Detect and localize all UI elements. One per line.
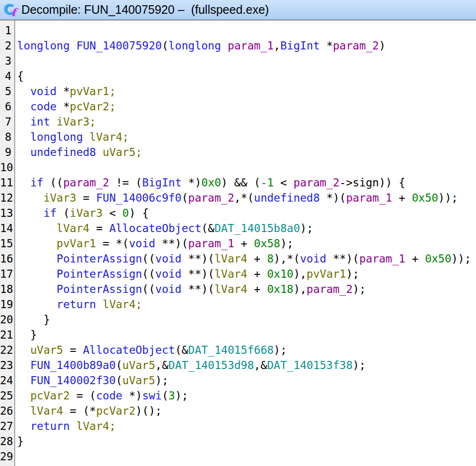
code-token[interactable]: ) && ( xyxy=(221,176,260,189)
code-token[interactable]: DAT_140153f38 xyxy=(267,359,352,371)
code-token[interactable]: lVar4; xyxy=(89,131,129,143)
code-token[interactable]: ( xyxy=(181,192,188,204)
code-text[interactable] xyxy=(14,53,17,68)
code-token[interactable]: param_1 xyxy=(228,39,274,52)
code-token[interactable]: *)( xyxy=(320,192,346,204)
code-token[interactable]: **)( xyxy=(181,268,214,280)
code-token[interactable]: void xyxy=(129,237,155,250)
code-token[interactable]: { xyxy=(17,70,24,82)
code-token[interactable]: AllocateObject xyxy=(83,344,175,356)
code-token[interactable]: FUN_1400b89a0 xyxy=(30,359,116,371)
code-text[interactable]: FUN_140002f30(uVar5); xyxy=(14,373,169,388)
code-token[interactable]: ), xyxy=(294,283,307,295)
code-token[interactable]: ( xyxy=(162,39,169,52)
code-token[interactable]: BigInt xyxy=(280,39,320,52)
code-token[interactable]: lVar4 xyxy=(214,252,247,265)
code-token[interactable]: iVar3; xyxy=(57,116,96,128)
code-token[interactable]: pvVar1; xyxy=(70,85,116,97)
code-token[interactable]: *) xyxy=(181,176,201,189)
code-token[interactable] xyxy=(17,237,57,250)
code-token[interactable]: != ( xyxy=(109,176,142,189)
code-token[interactable] xyxy=(50,116,57,128)
code-token[interactable]: ( xyxy=(162,389,169,402)
code-token[interactable] xyxy=(17,405,30,417)
code-token[interactable]: uVar5; xyxy=(103,146,142,158)
code-token[interactable] xyxy=(17,207,43,219)
code-text[interactable]: lVar4 = (*pcVar2)(); xyxy=(14,403,162,418)
code-token[interactable]: code xyxy=(30,100,57,113)
code-token[interactable]: if xyxy=(30,176,44,189)
code-token[interactable]: (( xyxy=(142,268,155,280)
code-token[interactable]: **)( xyxy=(326,252,359,265)
code-token[interactable]: pcVar2 xyxy=(96,405,135,417)
code-token[interactable]: = ( xyxy=(70,389,96,402)
code-token[interactable]: 0x50 xyxy=(425,252,451,265)
code-token[interactable]: + xyxy=(392,192,412,204)
code-text[interactable] xyxy=(14,23,17,38)
code-token[interactable]: + xyxy=(234,237,254,250)
code-text[interactable]: return lVar4; xyxy=(14,418,116,434)
code-token[interactable] xyxy=(17,176,30,189)
code-token[interactable]: ,& xyxy=(155,359,169,371)
code-text[interactable]: pvVar1 = *(void **)(param_1 + 0x58); xyxy=(14,236,294,251)
code-token[interactable]: 0x0 xyxy=(201,176,221,189)
code-token[interactable]: pcVar2 xyxy=(30,389,70,402)
code-token[interactable] xyxy=(17,146,30,158)
code-token[interactable]: (& xyxy=(175,344,188,356)
code-token[interactable]: ); xyxy=(280,237,294,250)
code-token[interactable]: = xyxy=(63,344,83,356)
code-token[interactable]: void xyxy=(155,252,181,265)
code-token[interactable]: (( xyxy=(142,283,155,295)
code-text[interactable]: longlong FUN_140075920(longlong param_1,… xyxy=(14,38,386,53)
code-token[interactable]: DAT_14015b8a0 xyxy=(214,222,300,234)
code-token[interactable]: + xyxy=(248,283,267,295)
code-token[interactable]: ),*( xyxy=(274,252,300,265)
code-token[interactable]: } xyxy=(17,329,37,341)
code-token[interactable]: code xyxy=(96,389,122,402)
code-token[interactable]: ); xyxy=(274,344,287,356)
code-text[interactable]: pcVar2 = (code *)swi(3); xyxy=(14,388,188,403)
code-token[interactable]: void xyxy=(155,283,181,295)
code-token[interactable]: 0x10 xyxy=(267,268,293,280)
code-token[interactable]: + xyxy=(248,268,267,280)
code-token[interactable]: ); xyxy=(175,389,188,402)
code-token[interactable]: **)( xyxy=(181,252,214,265)
code-token[interactable]: < xyxy=(103,207,123,219)
code-text[interactable]: int iVar3; xyxy=(14,114,96,129)
code-token[interactable]: **)( xyxy=(155,237,188,250)
code-token[interactable]: uVar5 xyxy=(30,344,63,356)
code-token[interactable]: param_2 xyxy=(188,192,234,204)
code-token[interactable]: param_2 xyxy=(294,176,340,189)
code-text[interactable]: } xyxy=(14,312,50,327)
code-token[interactable] xyxy=(17,131,30,143)
code-token[interactable] xyxy=(17,283,57,295)
code-token[interactable] xyxy=(17,85,30,97)
code-token[interactable]: param_1 xyxy=(346,192,392,204)
code-token[interactable] xyxy=(17,252,57,265)
code-token[interactable]: pvVar1 xyxy=(306,268,346,280)
code-token[interactable]: DAT_140153d98 xyxy=(169,359,254,371)
code-token[interactable]: )); xyxy=(438,192,458,204)
code-text[interactable]: PointerAssign((void **)(lVar4 + 0x10),pv… xyxy=(14,266,359,282)
code-token[interactable]: * xyxy=(57,100,70,113)
code-token[interactable] xyxy=(17,100,30,113)
code-token[interactable]: (& xyxy=(201,222,215,234)
code-token[interactable]: undefined8 xyxy=(254,192,320,204)
code-token[interactable]: = *( xyxy=(96,237,129,250)
code-token[interactable]: ), xyxy=(294,268,307,280)
code-token[interactable]: 0x50 xyxy=(412,192,438,204)
code-token[interactable] xyxy=(70,39,76,52)
code-token[interactable]: void xyxy=(155,268,181,280)
code-token[interactable]: PointerAssign xyxy=(57,268,142,280)
code-token[interactable]: ( xyxy=(57,207,70,219)
code-token[interactable]: < xyxy=(274,176,294,189)
code-text[interactable]: iVar3 = FUN_14006c9f0(param_2,*(undefine… xyxy=(14,190,458,205)
code-token[interactable] xyxy=(17,192,43,204)
code-token[interactable]: AllocateObject xyxy=(109,222,201,234)
code-text[interactable]: if ((param_2 != (BigInt *)0x0) && (-1 < … xyxy=(14,175,405,190)
code-token[interactable]: pcVar2; xyxy=(70,100,116,113)
code-text[interactable]: longlong lVar4; xyxy=(14,129,129,145)
code-token[interactable]: FUN_140075920 xyxy=(76,39,162,52)
code-token[interactable]: = xyxy=(76,192,96,204)
code-token[interactable]: ) { xyxy=(129,207,149,219)
